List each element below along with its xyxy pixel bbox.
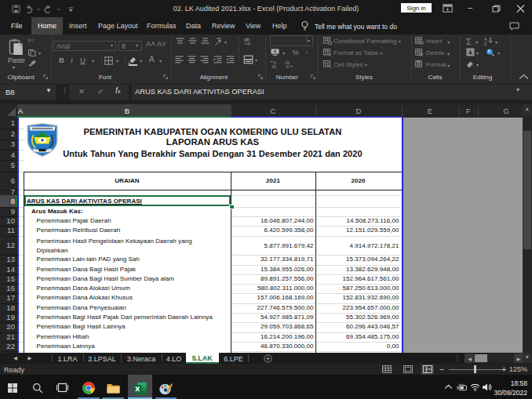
svg-text:.00: .00 [271,64,276,69]
svg-text:ab: ab [244,37,250,42]
svg-text:Z: Z [484,42,487,46]
svg-text:.0: .0 [286,64,289,69]
